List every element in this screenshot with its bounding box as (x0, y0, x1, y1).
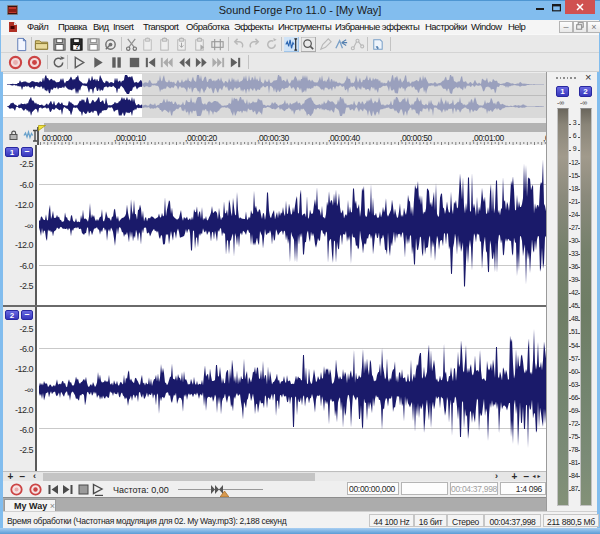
svg-text:?: ? (75, 42, 80, 51)
